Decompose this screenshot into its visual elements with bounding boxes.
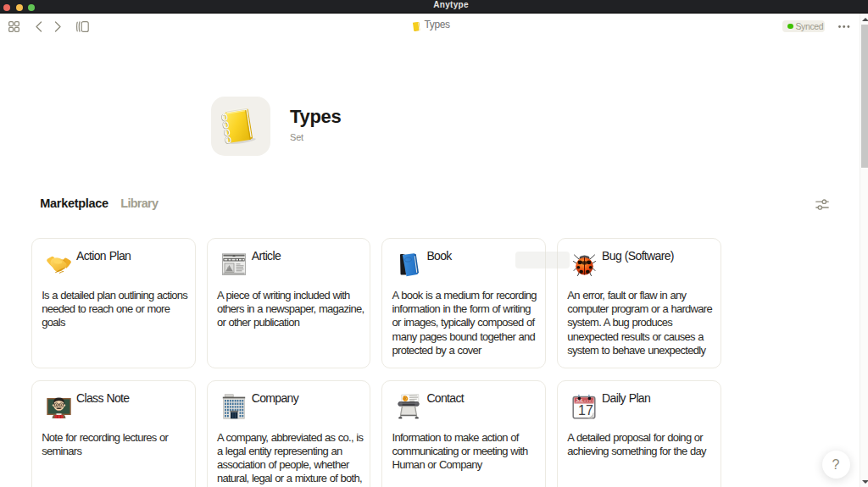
svg-text:17: 17 [578, 403, 593, 418]
